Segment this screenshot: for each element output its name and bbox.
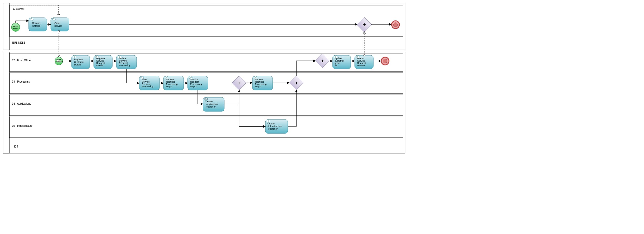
end-event-front-office [381,57,389,65]
svg-text:+: + [363,22,366,28]
task-service-request-processing-step1: ServiceRequestProcessingstap 1 Service R… [163,76,184,90]
start-event-order-received: Order received Orderreceived [55,57,63,65]
task-start-service-request-processing: StartServiceRequestProcessing Start Serv… [139,76,160,90]
lane-infrastructure-label: 05 - Infrastructure [12,124,33,127]
lane-processing-label: 03 - Processing [12,80,30,83]
flow-split-to-infra [239,90,265,126]
svg-text:+: + [238,80,241,86]
svg-point-52 [383,59,387,63]
lane-front-office-label: 02 - Front Office [12,59,31,62]
svg-text:FeelsNeed: FeelsNeed [13,25,18,30]
end-event-customer [392,21,399,29]
gateway-processing-join: + [289,76,303,90]
task-create-infrastructure-operation: Create-Infrastructure-operation Create -… [265,119,288,133]
sequence-flows-2 [296,61,315,76]
svg-point-14 [30,18,33,21]
task-service-request-processing-step3: ServiceRequestProcessingstep 3 Service R… [252,76,273,90]
svg-rect-5 [3,52,9,153]
task-browse-catalog: BrowseCatalog Browse Catalog [29,18,47,31]
svg-rect-9 [9,117,403,138]
task-create-application-operation: Create-Application-operation Create -App… [203,97,224,111]
bpmn-diagram: Customer BUSINESS 02 - Front Office 03 -… [0,0,644,234]
svg-text:+: + [321,58,324,64]
svg-text:+: + [295,80,298,86]
pool-ict-label: ICT [14,145,18,148]
gateway-processing-split: + [232,76,246,90]
lane-customer-label: Customer [13,8,24,10]
lane-applications-label: 04 - Applications [12,102,31,105]
start-event-feels-need: FeelsNeed Feels Need [11,23,20,31]
svg-text:BrowseCatalog: BrowseCatalog [32,22,40,27]
task-service-request-processing-step2: ServiceRequestProcessingstap 2 Service R… [188,76,208,90]
svg-point-18 [52,18,55,21]
pool-business-label: BUSINESS [12,41,25,44]
task-order-service: OrderService Order Service [51,18,69,31]
sequence-flows [16,21,391,126]
svg-rect-2 [3,3,9,50]
svg-point-24 [393,23,398,27]
gateway-front-office-join: + [315,54,329,68]
gateway-customer-join: + [357,17,372,32]
